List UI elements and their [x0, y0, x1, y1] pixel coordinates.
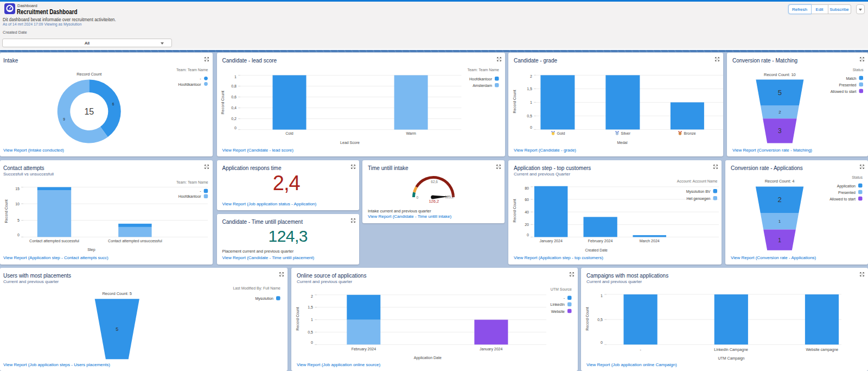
svg-text:-: - — [564, 296, 565, 300]
svg-text:Contact attempted successful: Contact attempted successful — [29, 239, 79, 243]
svg-text:Contact attempted unsuccessful: Contact attempted unsuccessful — [108, 239, 162, 243]
svg-text:15: 15 — [15, 187, 20, 191]
svg-text:9: 9 — [63, 117, 65, 121]
svg-text:126,2: 126,2 — [429, 199, 439, 204]
svg-text:Warm: Warm — [406, 131, 416, 135]
svg-text:1,5: 1,5 — [308, 305, 313, 309]
svg-text:-: - — [640, 348, 641, 351]
svg-text:-: - — [200, 77, 201, 80]
svg-text:Created Date: Created Date — [585, 248, 608, 252]
svg-text:UTM Campaign: UTM Campaign — [718, 356, 744, 361]
svg-text:Record Count: Record Count — [76, 72, 102, 77]
svg-text:Status: Status — [853, 68, 864, 72]
svg-text:Lead Score: Lead Score — [340, 141, 360, 144]
svg-text:LinkedIn: LinkedIn — [551, 303, 565, 306]
svg-text:Account: Account Name: Account: Account Name — [677, 179, 718, 183]
svg-text:0,5: 0,5 — [527, 114, 532, 118]
svg-text:10: 10 — [15, 202, 20, 206]
svg-text:Mysolution: Mysolution — [256, 297, 274, 301]
svg-text:0: 0 — [601, 341, 603, 344]
svg-text:Website: Website — [551, 310, 565, 313]
svg-text:Hoofdkantoor: Hoofdkantoor — [178, 194, 202, 198]
svg-text:Record Count: 4: Record Count: 4 — [765, 179, 795, 184]
svg-text:0,5: 0,5 — [597, 318, 603, 322]
svg-text:Match: Match — [846, 77, 856, 80]
svg-text:Medal: Medal — [617, 141, 628, 144]
svg-text:5: 5 — [778, 89, 782, 97]
svg-text:60: 60 — [525, 198, 529, 202]
svg-text:1,5: 1,5 — [527, 87, 532, 91]
svg-text:Status: Status — [852, 175, 863, 179]
svg-text:1: 1 — [601, 294, 603, 298]
svg-text:1: 1 — [778, 237, 781, 243]
svg-text:0,4: 0,4 — [231, 106, 237, 110]
svg-text:0: 0 — [234, 126, 237, 130]
svg-text:2: 2 — [311, 294, 313, 298]
svg-text:2: 2 — [777, 196, 781, 204]
svg-text:80: 80 — [525, 186, 529, 190]
svg-text:Application Date: Application Date — [414, 356, 442, 360]
svg-text:Presented: Presented — [838, 191, 856, 194]
svg-text:0,2: 0,2 — [231, 117, 237, 121]
svg-text:Hoofdkantoor: Hoofdkantoor — [469, 77, 492, 81]
svg-text:Gold: Gold — [557, 131, 565, 135]
svg-text:Team: Team Name: Team: Team Name — [176, 68, 208, 72]
svg-text:15: 15 — [84, 107, 94, 116]
svg-text:Record Count: Record Count — [513, 90, 516, 113]
svg-text:Record Count: 10: Record Count: 10 — [764, 72, 796, 77]
svg-text:0,8: 0,8 — [231, 84, 237, 88]
svg-text:Record Count: 5: Record Count: 5 — [102, 291, 132, 296]
svg-text:5: 5 — [17, 218, 20, 222]
svg-text:20: 20 — [525, 223, 529, 227]
svg-text:0: 0 — [17, 233, 20, 237]
svg-text:1: 1 — [530, 100, 532, 104]
svg-text:0: 0 — [527, 233, 529, 237]
svg-text:0,6: 0,6 — [231, 95, 237, 99]
svg-text:Team: Team Name: Team: Team Name — [176, 180, 208, 184]
svg-text:March 2024: March 2024 — [640, 239, 660, 243]
svg-text:Het genoegen: Het genoegen — [687, 197, 711, 201]
svg-text:3: 3 — [778, 127, 782, 135]
svg-text:5: 5 — [116, 326, 118, 332]
svg-text:Record Count: Record Count — [221, 91, 225, 114]
svg-text:January 2024: January 2024 — [480, 347, 503, 351]
svg-text:0,5: 0,5 — [308, 330, 313, 334]
svg-text:Record Count: Record Count — [513, 199, 516, 222]
svg-text:February 2024: February 2024 — [352, 347, 376, 351]
svg-text:Amsterdam: Amsterdam — [473, 84, 492, 87]
svg-text:Website campagne: Website campagne — [806, 348, 838, 352]
svg-text:0: 0 — [530, 125, 532, 129]
svg-text:Allowed to start: Allowed to start — [829, 197, 856, 201]
svg-text:Allowed to start: Allowed to start — [831, 90, 857, 93]
svg-text:February 2024: February 2024 — [588, 239, 613, 243]
svg-text:Record Count: Record Count — [296, 307, 299, 330]
svg-text:2: 2 — [530, 74, 532, 78]
svg-text:Team: Team Name: Team: Team Name — [467, 68, 499, 72]
svg-text:Record Count: Record Count — [4, 199, 8, 223]
svg-text:January 2024: January 2024 — [539, 239, 563, 243]
svg-text:2: 2 — [778, 110, 781, 115]
svg-text:40: 40 — [525, 210, 529, 214]
svg-text:Step: Step — [87, 248, 95, 252]
svg-text:Mysolution BV: Mysolution BV — [686, 190, 711, 194]
svg-text:LinkedIn Campagne: LinkedIn Campagne — [714, 348, 748, 352]
svg-text:UTM Source: UTM Source — [551, 287, 572, 291]
svg-text:Hoofdkantoor: Hoofdkantoor — [178, 83, 201, 86]
svg-text:Application: Application — [837, 184, 856, 188]
svg-text:0: 0 — [311, 341, 313, 344]
svg-text:0: 0 — [416, 196, 418, 199]
svg-text:6: 6 — [112, 102, 114, 106]
svg-text:1: 1 — [311, 318, 313, 322]
svg-text:Record Count: Record Count — [585, 307, 589, 330]
svg-text:-: - — [200, 189, 201, 193]
svg-text:1: 1 — [778, 219, 781, 224]
svg-text:Silver: Silver — [621, 131, 631, 135]
svg-text:Cold: Cold — [285, 131, 293, 135]
svg-text:Bronze: Bronze — [684, 131, 696, 135]
svg-text:62,6: 62,6 — [431, 180, 438, 184]
svg-text:Presented: Presented — [839, 83, 857, 87]
svg-text:1: 1 — [234, 75, 237, 79]
svg-text:Last Modified By: Full Name: Last Modified By: Full Name — [233, 286, 280, 291]
